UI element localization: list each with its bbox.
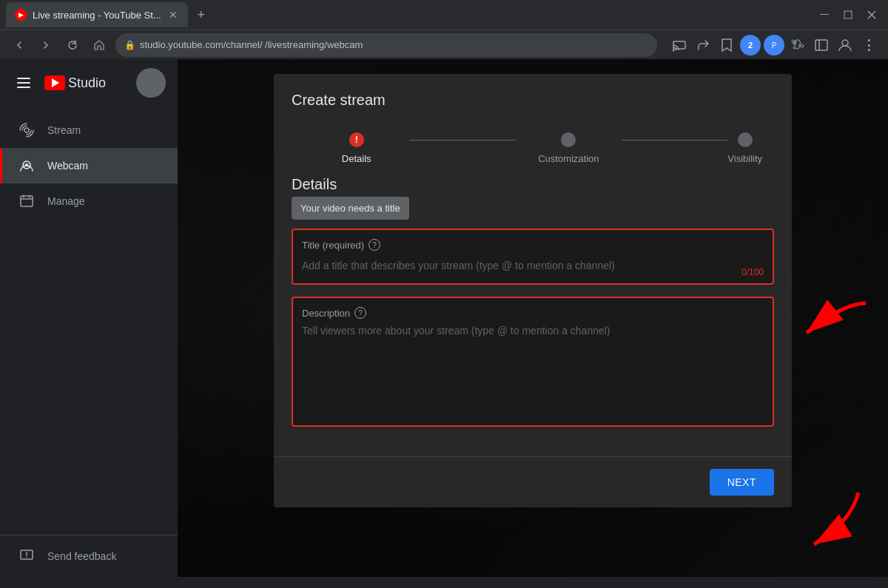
hamburger-menu-button[interactable]	[12, 71, 36, 95]
main-content: Create stream ! Details Cu	[178, 59, 888, 577]
app-layout: Studio Stream	[0, 59, 888, 577]
manage-label: Manage	[47, 195, 85, 207]
tab-close-button[interactable]: ✕	[167, 9, 179, 21]
forward-button[interactable]	[36, 35, 56, 55]
modal-header: Create stream	[274, 74, 792, 121]
title-field-label: Title (required) ?	[302, 239, 764, 251]
tab-title: Live streaming - YouTube St...	[33, 10, 161, 21]
youtube-icon	[44, 75, 65, 90]
svg-rect-14	[21, 196, 33, 206]
svg-point-5	[673, 49, 675, 51]
step-customization-indicator	[561, 132, 576, 147]
extension-button-1[interactable]: P	[764, 35, 784, 55]
youtube-play-icon	[52, 78, 59, 87]
step-visibility-indicator	[738, 132, 753, 147]
sidebar-item-stream[interactable]: Stream	[0, 112, 178, 148]
step-visibility: Visibility	[727, 132, 762, 164]
user-avatar[interactable]	[136, 68, 166, 98]
url-bar[interactable]: 🔒 studio.youtube.com/channel/ /livestrea…	[115, 33, 657, 57]
svg-rect-0	[820, 14, 829, 15]
svg-point-20	[26, 557, 27, 558]
description-field-group: Description ?	[292, 297, 774, 427]
description-label-text: Description	[302, 308, 350, 319]
address-bar: 🔒 studio.youtube.com/channel/ /livestrea…	[0, 30, 888, 59]
tab-favicon: ▶	[15, 9, 27, 21]
stepper-connector-2	[622, 140, 727, 141]
modal-overlay: Create stream ! Details Cu	[178, 59, 888, 577]
close-button[interactable]	[861, 4, 882, 25]
puzzle-icon[interactable]	[787, 35, 808, 55]
home-button[interactable]	[89, 35, 110, 55]
extension-badge-1[interactable]: 2	[740, 35, 761, 55]
modal-footer: NEXT	[274, 456, 792, 507]
next-button[interactable]: NEXT	[710, 469, 774, 496]
youtube-logo: Studio	[44, 75, 106, 91]
active-tab[interactable]: ▶ Live streaming - YouTube St... ✕	[6, 2, 188, 27]
description-help-icon[interactable]: ?	[354, 307, 366, 319]
manage-icon	[18, 192, 36, 210]
create-stream-modal: Create stream ! Details Cu	[274, 74, 792, 507]
title-tooltip: Your video needs a title	[292, 197, 409, 220]
sidebar-item-webcam[interactable]: Webcam	[0, 148, 178, 183]
bookmark-button[interactable]	[716, 35, 737, 55]
url-text: studio.youtube.com/channel/ /livestreami…	[140, 39, 363, 50]
back-button[interactable]	[9, 35, 30, 55]
browser-actions: 2 P ⋮	[669, 35, 879, 55]
stepper-row: ! Details Customization	[303, 132, 762, 164]
send-feedback-button[interactable]: Send feedback	[18, 547, 160, 565]
sidebar-footer: Send feedback	[0, 535, 178, 577]
cast-button[interactable]	[669, 35, 690, 55]
title-label-text: Title (required)	[302, 240, 364, 251]
stepper-connector-1	[409, 140, 515, 141]
stepper: ! Details Customization	[274, 121, 792, 176]
webcam-label: Webcam	[47, 160, 88, 172]
share-button[interactable]	[693, 35, 713, 55]
feedback-label: Send feedback	[47, 550, 116, 562]
stream-icon	[18, 121, 36, 139]
modal-title: Create stream	[292, 92, 774, 109]
description-input[interactable]	[302, 325, 764, 413]
sidebar-navigation: Stream Webcam	[0, 107, 178, 535]
step-details: ! Details	[303, 132, 409, 164]
section-title: Details	[292, 176, 774, 194]
stream-label: Stream	[47, 124, 81, 136]
svg-point-11	[24, 128, 29, 132]
step-details-label: Details	[342, 153, 371, 164]
svg-text:P: P	[772, 41, 777, 50]
hamburger-icon	[17, 78, 30, 88]
step-visibility-label: Visibility	[727, 153, 762, 164]
title-input[interactable]	[302, 257, 764, 274]
title-bar: ▶ Live streaming - YouTube St... ✕ +	[0, 0, 888, 30]
title-char-count: 0/100	[741, 267, 764, 277]
feedback-icon	[18, 547, 36, 565]
svg-rect-8	[815, 40, 827, 50]
step-customization: Customization	[516, 132, 622, 164]
step-details-indicator: !	[349, 132, 364, 147]
sidebar-toggle[interactable]	[811, 35, 832, 55]
lock-icon: 🔒	[124, 40, 135, 50]
modal-body: Details Your video needs a title Title (…	[274, 176, 792, 456]
svg-point-10	[842, 40, 848, 46]
title-field-group: Title (required) ? 0/100	[292, 229, 774, 285]
arrow-right-1	[784, 296, 873, 358]
description-field-label: Description ?	[302, 307, 764, 319]
title-help-icon[interactable]: ?	[369, 239, 380, 251]
sidebar-header: Studio	[0, 59, 178, 107]
profile-button[interactable]	[835, 35, 855, 55]
window-controls	[814, 4, 882, 25]
minimize-button[interactable]	[814, 4, 835, 25]
studio-label: Studio	[68, 75, 106, 91]
more-options-button[interactable]: ⋮	[858, 35, 879, 55]
webcam-icon	[18, 157, 36, 175]
sidebar: Studio Stream	[0, 59, 178, 577]
refresh-button[interactable]	[62, 35, 83, 55]
step-customization-label: Customization	[538, 153, 599, 164]
new-tab-button[interactable]: +	[191, 4, 212, 25]
svg-rect-1	[844, 11, 852, 18]
sidebar-item-manage[interactable]: Manage	[0, 183, 178, 219]
browser-chrome: ▶ Live streaming - YouTube St... ✕ +	[0, 0, 888, 59]
maximize-button[interactable]	[838, 4, 858, 25]
